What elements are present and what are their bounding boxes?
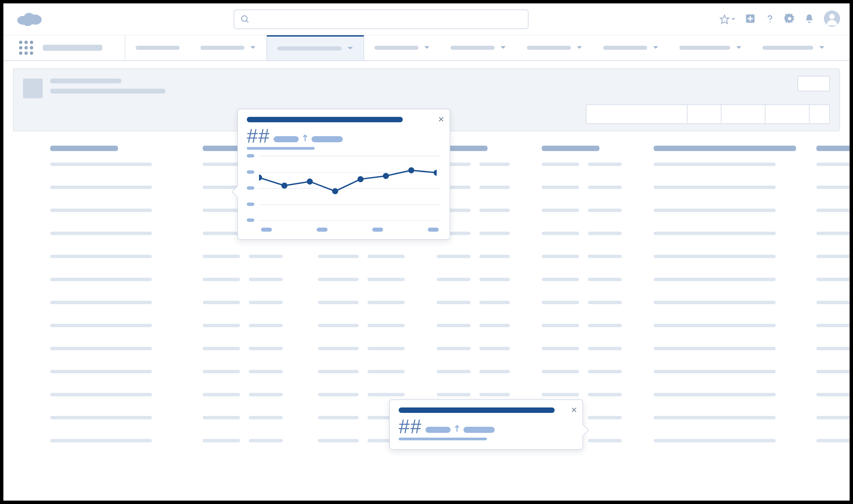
column-header[interactable] xyxy=(654,146,796,151)
metric-pill xyxy=(425,427,451,433)
metric-value: ## xyxy=(399,415,422,438)
page-title xyxy=(50,78,121,83)
column-header[interactable] xyxy=(542,146,599,151)
favorites-icon[interactable] xyxy=(719,14,736,24)
metric-popover-chart: × ## xyxy=(237,109,450,240)
chevron-down-icon xyxy=(347,46,353,52)
list-cell xyxy=(816,163,853,186)
list-cell xyxy=(816,370,853,393)
header-button[interactable] xyxy=(766,104,810,124)
nav-tab[interactable] xyxy=(190,35,266,60)
list-cell xyxy=(542,232,623,255)
trend-up-icon xyxy=(302,134,308,143)
popover-subtext xyxy=(247,147,315,150)
list-cell xyxy=(654,324,786,347)
list-cell xyxy=(654,416,786,439)
list-cell xyxy=(816,439,853,462)
nav-tab[interactable] xyxy=(517,35,593,60)
nav-tab[interactable] xyxy=(669,35,752,60)
list-cell xyxy=(654,370,786,393)
header-action-button[interactable] xyxy=(797,76,830,91)
list-cell xyxy=(318,370,406,393)
nav-tab[interactable] xyxy=(440,35,517,60)
global-header xyxy=(3,3,850,35)
search-icon xyxy=(240,15,250,24)
chevron-down-icon xyxy=(652,45,659,51)
list-cell xyxy=(437,278,511,301)
nav-tab[interactable] xyxy=(752,35,835,60)
list-cell xyxy=(203,370,288,393)
list-cell xyxy=(50,370,172,393)
global-search-input[interactable] xyxy=(233,10,528,29)
popover-title xyxy=(247,117,403,122)
metric-pill xyxy=(274,136,299,142)
list-cell xyxy=(816,347,853,370)
list-cell xyxy=(203,393,288,416)
list-cell xyxy=(542,324,623,347)
list-cell xyxy=(318,301,406,324)
list-cell xyxy=(542,186,623,209)
list-cell xyxy=(203,278,288,301)
svg-point-17 xyxy=(357,176,363,182)
nav-tab[interactable] xyxy=(364,35,440,60)
svg-point-3 xyxy=(23,19,33,26)
popover-title xyxy=(399,408,555,413)
list-cell xyxy=(50,163,172,186)
notifications-bell-icon[interactable] xyxy=(804,14,814,25)
app-launcher-icon[interactable] xyxy=(19,41,33,55)
close-icon[interactable]: × xyxy=(438,114,444,124)
nav-tab[interactable] xyxy=(125,35,190,60)
list-cell xyxy=(50,232,172,255)
list-cell xyxy=(203,301,288,324)
header-button[interactable] xyxy=(810,104,830,124)
list-cell xyxy=(50,393,172,416)
list-cell xyxy=(816,232,853,255)
list-cell xyxy=(654,209,786,232)
chevron-down-icon xyxy=(576,45,582,51)
list-cell xyxy=(437,370,511,393)
add-icon[interactable] xyxy=(745,14,755,25)
svg-point-14 xyxy=(281,183,288,189)
list-cell xyxy=(654,439,786,462)
list-cell xyxy=(318,255,406,278)
column-header[interactable] xyxy=(816,146,853,151)
list-cell xyxy=(203,255,288,278)
list-cell xyxy=(816,186,853,209)
header-button[interactable] xyxy=(586,104,687,124)
list-cell xyxy=(654,347,786,370)
object-icon xyxy=(23,78,43,98)
chevron-down-icon xyxy=(500,45,506,51)
header-button[interactable] xyxy=(721,104,766,124)
nav-tab[interactable] xyxy=(593,35,669,60)
list-cell xyxy=(654,393,786,416)
list-cell xyxy=(542,278,623,301)
help-icon[interactable] xyxy=(765,14,775,25)
app-name-label xyxy=(43,45,102,51)
list-cell xyxy=(318,347,406,370)
list-cell xyxy=(816,416,853,439)
column-header[interactable] xyxy=(50,146,118,151)
svg-point-4 xyxy=(242,16,247,21)
list-cell xyxy=(203,416,288,439)
close-icon[interactable]: × xyxy=(571,405,577,415)
list-cell xyxy=(542,163,623,186)
setup-gear-icon[interactable] xyxy=(784,14,795,25)
app-nav-bar xyxy=(3,35,850,61)
list-cell xyxy=(203,347,288,370)
profile-avatar-icon[interactable] xyxy=(824,11,840,28)
list-cell xyxy=(654,186,786,209)
page-subtitle xyxy=(50,89,166,93)
list-cell xyxy=(542,347,623,370)
nav-tab[interactable] xyxy=(266,35,364,60)
list-cell xyxy=(654,301,786,324)
delta-pill xyxy=(312,136,343,142)
header-button[interactable] xyxy=(687,104,721,124)
svg-line-5 xyxy=(246,20,248,22)
svg-point-16 xyxy=(332,188,338,194)
svg-point-15 xyxy=(307,179,313,185)
list-cell xyxy=(816,209,853,232)
list-cell xyxy=(50,324,172,347)
svg-point-13 xyxy=(259,175,262,181)
svg-point-10 xyxy=(769,21,771,22)
chevron-down-icon xyxy=(250,45,256,51)
